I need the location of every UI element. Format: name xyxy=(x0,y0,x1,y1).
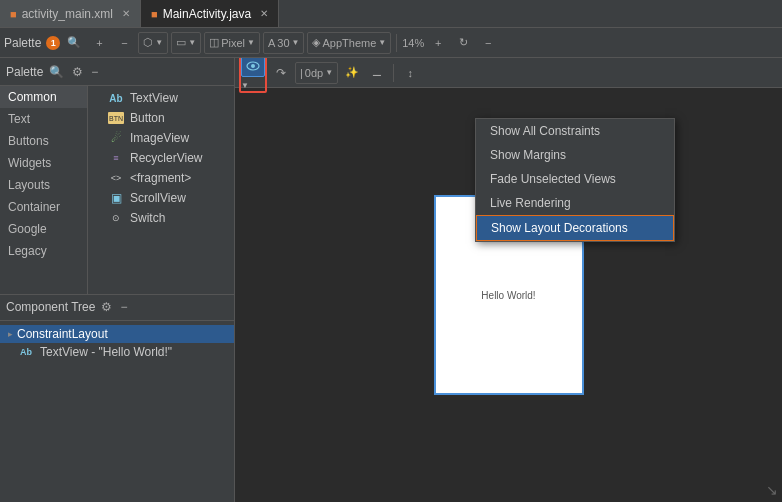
layout-button[interactable]: ⚊ xyxy=(366,62,388,84)
orientation-dropdown[interactable]: ▭ ▼ xyxy=(171,32,201,54)
tree-item-textview[interactable]: Ab TextView - "Hello World!" xyxy=(0,343,234,361)
tab-activity-main[interactable]: ■ activity_main.xml ✕ xyxy=(0,0,141,27)
zoom-in-button[interactable]: + xyxy=(427,32,449,54)
category-item-text[interactable]: Text xyxy=(0,108,87,130)
component-list: Ab TextView BTN Button ☄ ImageView ≡ Rec… xyxy=(88,86,234,294)
tab-close-button[interactable]: ✕ xyxy=(122,8,130,19)
dropdown-item-fade-unselected[interactable]: Fade Unselected Views xyxy=(476,167,674,191)
chevron-down-icon: ▼ xyxy=(292,38,300,47)
tab-main-activity[interactable]: ■ MainActivity.java ✕ xyxy=(141,0,279,27)
tree-item-constraint-layout[interactable]: ▸ ConstraintLayout xyxy=(0,325,234,343)
component-label: <fragment> xyxy=(130,171,191,185)
tab-bar: ■ activity_main.xml ✕ ■ MainActivity.jav… xyxy=(0,0,782,28)
tree-title: Component Tree xyxy=(6,300,95,314)
view-mode-icon: ⬡ xyxy=(143,36,153,49)
category-item-legacy[interactable]: Legacy xyxy=(0,240,87,262)
component-label: TextView xyxy=(130,91,178,105)
component-item-switch[interactable]: ⊙ Switch xyxy=(88,208,234,228)
component-item-button[interactable]: BTN Button xyxy=(88,108,234,128)
textview-tree-icon: Ab xyxy=(20,347,32,357)
palette-title: Palette xyxy=(6,65,43,79)
category-item-layouts[interactable]: Layouts xyxy=(0,174,87,196)
component-label: Button xyxy=(130,111,165,125)
component-label: Switch xyxy=(130,211,165,225)
canvas-area: ▼ ↷ | 0dp ▼ ✨ ⚊ ↕ Hello World! ↘ Show Al… xyxy=(235,58,782,502)
chevron-down-icon: ▼ xyxy=(155,38,163,47)
tree-content: ▸ ConstraintLayout Ab TextView - "Hello … xyxy=(0,321,234,365)
tab-label: MainActivity.java xyxy=(163,7,251,21)
component-tree: Component Tree ⚙ − ▸ ConstraintLayout Ab… xyxy=(0,294,234,503)
chevron-down-icon: ▼ xyxy=(188,38,196,47)
java-file-icon: ■ xyxy=(151,8,158,20)
textview-icon: Ab xyxy=(108,92,124,104)
dropdown-item-live-rendering[interactable]: Live Rendering xyxy=(476,191,674,215)
component-item-recyclerview[interactable]: ≡ RecyclerView xyxy=(88,148,234,168)
palette-content: Common Text Buttons Widgets Layouts Cont… xyxy=(0,86,234,294)
show-view-options-button[interactable] xyxy=(241,58,265,77)
palette-label: Palette xyxy=(4,36,41,50)
dropdown-item-show-margins[interactable]: Show Margins xyxy=(476,143,674,167)
component-item-scrollview[interactable]: ▣ ScrollView xyxy=(88,188,234,208)
minus-button[interactable]: − xyxy=(113,32,135,54)
category-item-common[interactable]: Common xyxy=(0,86,87,108)
svg-point-1 xyxy=(251,64,255,68)
component-label: RecyclerView xyxy=(130,151,202,165)
tree-settings-button[interactable]: ⚙ xyxy=(99,299,114,315)
view-options-dropdown: Show All Constraints Show Margins Fade U… xyxy=(475,118,675,242)
category-list: Common Text Buttons Widgets Layouts Cont… xyxy=(0,86,88,294)
mouse-tool-button[interactable]: ↷ xyxy=(270,62,292,84)
switch-icon: ⊙ xyxy=(108,212,124,224)
zoom-out-button[interactable]: − xyxy=(477,32,499,54)
tab-close-button[interactable]: ✕ xyxy=(260,8,268,19)
chevron-down-icon: ▼ xyxy=(378,38,386,47)
theme-dropdown[interactable]: ◈ AppTheme ▼ xyxy=(307,32,391,54)
chevron-down-icon: ▼ xyxy=(325,68,333,77)
constraint-icon: | xyxy=(300,67,303,79)
category-item-container[interactable]: Container xyxy=(0,196,87,218)
magic-button[interactable]: ✨ xyxy=(341,62,363,84)
category-item-buttons[interactable]: Buttons xyxy=(0,130,87,152)
eye-icon xyxy=(246,60,260,72)
view-mode-dropdown[interactable]: ⬡ ▼ xyxy=(138,32,168,54)
api-label: 30 xyxy=(277,37,289,49)
tab-label: activity_main.xml xyxy=(22,7,113,21)
category-item-google[interactable]: Google xyxy=(0,218,87,240)
scrollview-icon: ▣ xyxy=(108,192,124,204)
orient-icon: ▭ xyxy=(176,36,186,49)
api-dropdown[interactable]: A 30 ▼ xyxy=(263,32,305,54)
zoom-percent: 14% xyxy=(402,37,424,49)
badge-1: 1 xyxy=(46,36,60,50)
palette-settings-button[interactable]: ⚙ xyxy=(70,64,85,80)
fragment-icon: <> xyxy=(108,172,124,184)
constraint-label: 0dp xyxy=(305,67,323,79)
eye-dropdown-arrow: ▼ xyxy=(241,81,249,90)
margin-button[interactable]: ↕ xyxy=(399,62,421,84)
main-toolbar: Palette 1 🔍 + − ⬡ ▼ ▭ ▼ ◫ Pixel ▼ A 30 ▼… xyxy=(0,28,782,58)
component-item-textview[interactable]: Ab TextView xyxy=(88,88,234,108)
palette-header: Palette 🔍 ⚙ − xyxy=(0,58,234,86)
palette-close-button[interactable]: − xyxy=(89,64,100,80)
second-toolbar: ▼ ↷ | 0dp ▼ ✨ ⚊ ↕ xyxy=(235,58,782,88)
tree-arrow-icon: ▸ xyxy=(8,329,13,339)
zoom-fit-button[interactable]: ↻ xyxy=(452,32,474,54)
component-item-imageview[interactable]: ☄ ImageView xyxy=(88,128,234,148)
add-button[interactable]: + xyxy=(88,32,110,54)
constraint-dropdown[interactable]: | 0dp ▼ xyxy=(295,62,338,84)
dropdown-item-show-layout-decorations[interactable]: Show Layout Decorations xyxy=(476,215,674,241)
component-label: ImageView xyxy=(130,131,189,145)
search-button[interactable]: 🔍 xyxy=(63,32,85,54)
component-item-fragment[interactable]: <> <fragment> xyxy=(88,168,234,188)
category-item-widgets[interactable]: Widgets xyxy=(0,152,87,174)
tree-close-button[interactable]: − xyxy=(118,299,129,315)
separator xyxy=(396,34,397,52)
tree-header: Component Tree ⚙ − xyxy=(0,295,234,321)
palette-search-button[interactable]: 🔍 xyxy=(47,64,66,80)
theme-label: AppTheme xyxy=(322,37,376,49)
resize-handle[interactable]: ↘ xyxy=(766,482,778,498)
dropdown-item-show-all-constraints[interactable]: Show All Constraints xyxy=(476,119,674,143)
tree-item-label: ConstraintLayout xyxy=(17,327,108,341)
api-icon: A xyxy=(268,37,275,49)
button-icon: BTN xyxy=(108,112,124,124)
device-dropdown[interactable]: ◫ Pixel ▼ xyxy=(204,32,260,54)
main-area: Palette 🔍 ⚙ − Common Text Buttons Widget… xyxy=(0,58,782,502)
